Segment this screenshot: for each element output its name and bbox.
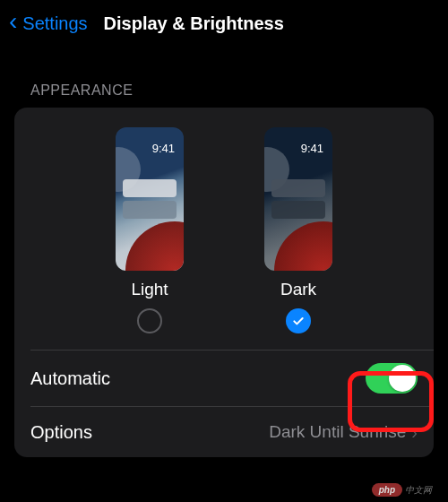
preview-widgets — [271, 179, 325, 219]
preview-time: 9:41 — [152, 142, 175, 155]
appearance-options: 9:41 Light 9:41 Dark — [14, 108, 434, 350]
automatic-toggle[interactable] — [366, 363, 418, 394]
preview-time: 9:41 — [301, 142, 323, 155]
back-chevron-icon[interactable]: ‹ — [9, 9, 17, 34]
back-button-label[interactable]: Settings — [22, 13, 87, 34]
automatic-row: Automatic — [14, 351, 434, 406]
dark-radio[interactable] — [286, 308, 311, 333]
light-radio[interactable] — [137, 308, 162, 333]
options-detail-text: Dark Until Sunrise — [269, 422, 406, 442]
automatic-label: Automatic — [30, 368, 110, 389]
dark-preview-icon: 9:41 — [264, 127, 332, 271]
checkmark-icon — [291, 314, 306, 328]
appearance-mode-light[interactable]: 9:41 Light — [116, 127, 184, 333]
appearance-card: 9:41 Light 9:41 Dark — [14, 108, 434, 457]
appearance-section-header: APPEARANCE — [0, 47, 448, 108]
watermark-pill: php — [372, 483, 402, 497]
light-label: Light — [131, 280, 168, 299]
options-detail: Dark Until Sunrise › — [269, 422, 418, 443]
watermark: php 中文网 — [372, 483, 432, 497]
appearance-mode-dark[interactable]: 9:41 Dark — [264, 127, 332, 333]
preview-widgets — [123, 179, 177, 219]
options-row[interactable]: Options Dark Until Sunrise › — [14, 407, 434, 457]
watermark-text: 中文网 — [405, 484, 432, 497]
dark-label: Dark — [280, 280, 316, 299]
chevron-right-icon: › — [411, 422, 418, 443]
options-label: Options — [30, 422, 92, 443]
nav-bar: ‹ Settings Display & Brightness — [0, 0, 448, 47]
toggle-knob-icon — [389, 365, 416, 392]
light-preview-icon: 9:41 — [116, 127, 184, 271]
page-title: Display & Brightness — [104, 13, 284, 34]
